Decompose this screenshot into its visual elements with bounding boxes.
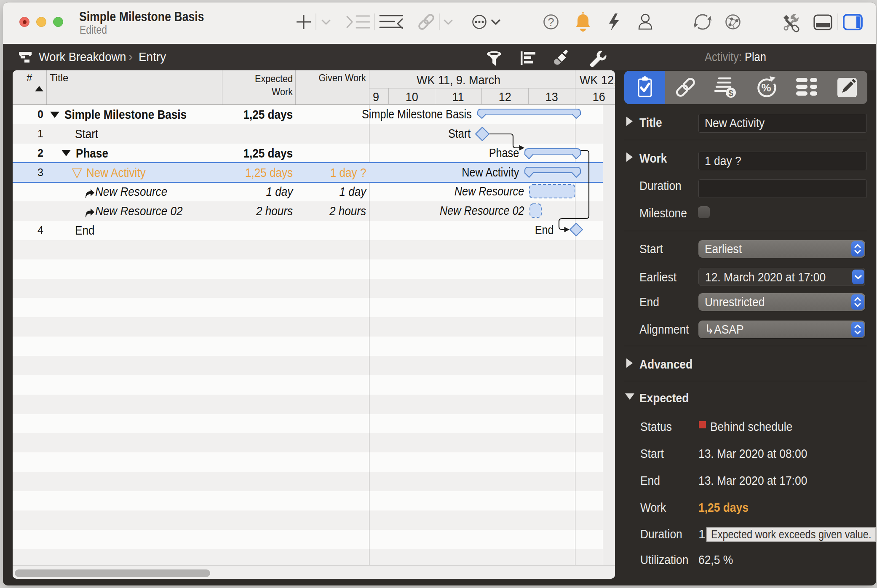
svg-text:%: % <box>761 81 771 94</box>
svg-text:$: $ <box>728 88 733 98</box>
svg-text:?: ? <box>548 16 554 29</box>
